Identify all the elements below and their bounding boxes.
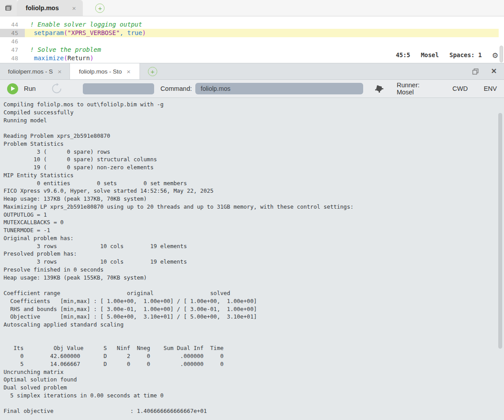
- command-label: Command:: [160, 85, 192, 92]
- language-mode[interactable]: Mosel: [421, 51, 439, 58]
- panel-tab-bar: foliolperr.mos - S × foliolp.mos - Sto ×…: [0, 63, 504, 80]
- new-run-tab-button[interactable]: +: [148, 67, 157, 76]
- close-panel-icon[interactable]: ✕: [491, 68, 497, 75]
- gear-icon[interactable]: ⚙: [492, 51, 498, 59]
- line-number: 46: [0, 37, 25, 46]
- editor-status-bar: 45:5 Mosel Spaces: 1 ⚙: [388, 48, 498, 62]
- refresh-icon[interactable]: [51, 83, 62, 94]
- code-line-44[interactable]: 44! Enable solver logging output: [0, 20, 504, 29]
- line-number: 47: [0, 46, 25, 54]
- line-number: 44: [0, 20, 25, 29]
- tab-close-icon[interactable]: ×: [72, 4, 76, 12]
- editor-pane: foliolp.mos × + 44! Enable solver loggin…: [0, 0, 504, 63]
- editor-scrollbar-track[interactable]: [499, 16, 504, 63]
- console-scrollbar-thumb[interactable]: [498, 113, 502, 349]
- code-editor[interactable]: 44! Enable solver logging output45 setpa…: [0, 16, 504, 63]
- play-icon: [7, 83, 18, 94]
- tab-label: foliolperr.mos - S: [8, 68, 53, 75]
- panel-window-controls: ✕: [472, 63, 504, 79]
- tab-label: foliolp.mos: [26, 4, 59, 12]
- plus-icon: +: [98, 5, 102, 12]
- line-number: 48: [0, 54, 25, 62]
- tree-view-toggle[interactable]: [0, 0, 17, 16]
- code-text: setparam("XPRS_VERBOSE", true): [25, 29, 499, 37]
- run-label: Run: [24, 85, 36, 92]
- plus-icon: +: [151, 68, 155, 75]
- tab-close-icon[interactable]: ×: [127, 68, 131, 75]
- debug-bug-icon[interactable]: [374, 84, 384, 93]
- tab-close-icon[interactable]: ×: [58, 68, 62, 75]
- spaces-indicator[interactable]: Spaces: 1: [450, 51, 482, 58]
- tree-view-icon: [4, 4, 13, 12]
- run-toolbar: Run Command: foliolp.mos Runner: Mosel C…: [0, 80, 504, 98]
- editor-tab-bar: foliolp.mos × +: [0, 0, 504, 16]
- runner-selector[interactable]: Runner: Mosel: [397, 82, 438, 96]
- code-line-46[interactable]: 46: [0, 37, 504, 46]
- tab-foliolp-run[interactable]: foliolp.mos - Sto ×: [70, 63, 140, 79]
- run-panel: foliolperr.mos - S × foliolp.mos - Sto ×…: [0, 63, 504, 420]
- console-text: Compiling foliolp.mos to out\foliolp.bim…: [0, 98, 504, 415]
- code-line-45[interactable]: 45 setparam("XPRS_VERBOSE", true): [0, 29, 504, 37]
- code-text: ! Enable solver logging output: [25, 20, 499, 29]
- run-button[interactable]: Run: [7, 83, 36, 94]
- new-tab-button[interactable]: +: [95, 4, 105, 13]
- line-number: 45: [0, 29, 25, 37]
- env-button[interactable]: ENV: [484, 85, 497, 92]
- tab-label: foliolp.mos - Sto: [79, 68, 122, 75]
- console-output[interactable]: Compiling foliolp.mos to out\foliolp.bim…: [0, 98, 504, 420]
- tab-foliolperr-run[interactable]: foliolperr.mos - S ×: [0, 63, 70, 79]
- code-text: [25, 37, 499, 46]
- restore-panel-icon[interactable]: [472, 68, 479, 75]
- command-input[interactable]: foliolp.mos: [195, 83, 363, 94]
- editor-scrollbar-thumb[interactable]: [500, 46, 503, 62]
- toolbar-status-field[interactable]: [83, 83, 155, 94]
- tab-foliolp-mos[interactable]: foliolp.mos ×: [17, 0, 83, 16]
- cursor-position[interactable]: 45:5: [396, 51, 411, 58]
- cwd-button[interactable]: CWD: [453, 85, 468, 92]
